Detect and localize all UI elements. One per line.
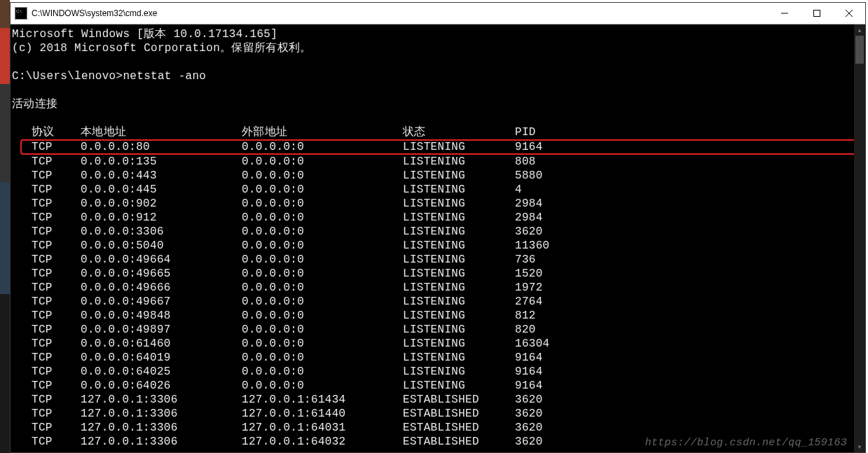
- vertical-scrollbar[interactable]: ▲ ▼: [854, 25, 865, 452]
- col-state: 状态: [403, 125, 515, 139]
- table-row: TCP127.0.0.1:3306127.0.0.1:61434ESTABLIS…: [11, 393, 865, 407]
- table-row: TCP0.0.0.0:33060.0.0.0:0LISTENING3620: [11, 225, 865, 239]
- table-row: TCP0.0.0.0:50400.0.0.0:0LISTENING11360: [11, 239, 865, 253]
- cell-foreign: 0.0.0.0:0: [242, 169, 403, 183]
- cell-pid: 5880: [515, 169, 606, 183]
- cell-proto: TCP: [32, 281, 81, 295]
- cell-foreign: 0.0.0.0:0: [242, 155, 403, 169]
- cell-local: 0.0.0.0:5040: [81, 239, 242, 253]
- cell-foreign: 0.0.0.0:0: [242, 253, 403, 267]
- table-row: TCP0.0.0.0:614600.0.0.0:0LISTENING16304: [11, 337, 865, 351]
- cell-foreign: 0.0.0.0:0: [242, 267, 403, 281]
- cell-proto: TCP: [32, 141, 81, 155]
- cell-proto: TCP: [32, 421, 81, 435]
- cell-pid: 11360: [515, 239, 606, 253]
- cell-local: 0.0.0.0:49666: [81, 281, 242, 295]
- prompt-path: C:\Users\lenovo>: [12, 70, 123, 83]
- cell-pid: 2984: [515, 211, 606, 225]
- cell-foreign: 0.0.0.0:0: [242, 197, 403, 211]
- cell-local: 0.0.0.0:64026: [81, 379, 242, 393]
- cell-pid: 3620: [515, 225, 606, 239]
- cell-state: LISTENING: [403, 211, 515, 225]
- cell-state: LISTENING: [403, 365, 515, 379]
- cell-state: ESTABLISHED: [403, 407, 515, 421]
- cell-pid: 4: [515, 183, 606, 197]
- cell-pid: 812: [515, 309, 606, 323]
- cell-local: 0.0.0.0:64025: [81, 365, 242, 379]
- cell-state: LISTENING: [403, 253, 515, 267]
- cell-proto: TCP: [32, 169, 81, 183]
- cell-state: LISTENING: [403, 323, 515, 337]
- cell-proto: TCP: [32, 407, 81, 421]
- section-title: 活动连接: [11, 97, 865, 111]
- close-button[interactable]: [833, 3, 865, 24]
- blank-line: [11, 55, 865, 69]
- cell-pid: 3620: [515, 393, 606, 407]
- table-row: TCP0.0.0.0:640260.0.0.0:0LISTENING9164: [11, 379, 865, 393]
- table-row: TCP0.0.0.0:496660.0.0.0:0LISTENING1972: [11, 281, 865, 295]
- col-pid: PID: [515, 125, 606, 139]
- cell-state: LISTENING: [403, 183, 515, 197]
- cell-state: LISTENING: [403, 169, 515, 183]
- cell-foreign: 0.0.0.0:0: [242, 351, 403, 365]
- cell-pid: 1972: [515, 281, 606, 295]
- svg-rect-1: [814, 11, 820, 17]
- close-icon: [846, 10, 853, 17]
- cell-proto: TCP: [32, 225, 81, 239]
- cell-proto: TCP: [32, 435, 81, 449]
- cell-pid: 820: [515, 323, 606, 337]
- cell-state: ESTABLISHED: [403, 435, 515, 449]
- cell-local: 0.0.0.0:3306: [81, 225, 242, 239]
- cell-pid: 9164: [515, 365, 606, 379]
- window-title: C:\WINDOWS\system32\cmd.exe: [32, 8, 157, 18]
- cell-foreign: 127.0.0.1:64032: [242, 435, 403, 449]
- blank-line: [11, 111, 865, 125]
- scrollbar-thumb[interactable]: [855, 36, 864, 64]
- header-line-2: (c) 2018 Microsoft Corporation。保留所有权利。: [11, 41, 865, 55]
- cell-proto: TCP: [32, 183, 81, 197]
- desktop-edge-decoration: [0, 0, 10, 453]
- cell-pid: 3620: [515, 435, 606, 449]
- table-header: 协议 本地地址 外部地址 状态 PID: [11, 125, 865, 139]
- table-row: TCP0.0.0.0:498480.0.0.0:0LISTENING812: [11, 309, 865, 323]
- cell-local: 127.0.0.1:3306: [81, 435, 242, 449]
- table-row: TCP127.0.0.1:3306127.0.0.1:61440ESTABLIS…: [11, 407, 865, 421]
- cell-local: 0.0.0.0:445: [81, 183, 242, 197]
- cell-foreign: 0.0.0.0:0: [242, 225, 403, 239]
- scroll-down-icon[interactable]: ▼: [854, 441, 865, 452]
- cell-proto: TCP: [32, 365, 81, 379]
- table-row: TCP0.0.0.0:496670.0.0.0:0LISTENING2764: [11, 295, 865, 309]
- minimize-button[interactable]: [769, 3, 801, 24]
- cell-foreign: 0.0.0.0:0: [242, 183, 403, 197]
- cell-state: LISTENING: [403, 351, 515, 365]
- cell-proto: TCP: [32, 267, 81, 281]
- cell-pid: 2764: [515, 295, 606, 309]
- table-row: TCP127.0.0.1:3306127.0.0.1:64031ESTABLIS…: [11, 421, 865, 435]
- cell-proto: TCP: [32, 393, 81, 407]
- table-row-highlighted: TCP0.0.0.0:800.0.0.0:0LISTENING9164: [20, 139, 865, 155]
- cell-proto: TCP: [32, 309, 81, 323]
- cell-pid: 9164: [515, 141, 606, 155]
- table-row: TCP0.0.0.0:4450.0.0.0:0LISTENING4: [11, 183, 865, 197]
- cell-local: 0.0.0.0:912: [81, 211, 242, 225]
- maximize-button[interactable]: [801, 3, 833, 24]
- titlebar[interactable]: C:\WINDOWS\system32\cmd.exe: [11, 3, 865, 25]
- cell-local: 0.0.0.0:135: [81, 155, 242, 169]
- scroll-up-icon[interactable]: ▲: [854, 25, 865, 36]
- cell-foreign: 0.0.0.0:0: [242, 239, 403, 253]
- table-row: TCP0.0.0.0:498970.0.0.0:0LISTENING820: [11, 323, 865, 337]
- table-row: TCP0.0.0.0:4430.0.0.0:0LISTENING5880: [11, 169, 865, 183]
- cell-local: 0.0.0.0:443: [81, 169, 242, 183]
- prompt-command: netstat -ano: [123, 70, 206, 83]
- cell-proto: TCP: [32, 239, 81, 253]
- window-controls: [769, 3, 865, 24]
- table-row: TCP0.0.0.0:496640.0.0.0:0LISTENING736: [11, 253, 865, 267]
- terminal-body[interactable]: Microsoft Windows [版本 10.0.17134.165] (c…: [11, 25, 865, 453]
- cell-state: LISTENING: [403, 197, 515, 211]
- prompt-line: C:\Users\lenovo>netstat -ano: [11, 69, 865, 83]
- cell-pid: 9164: [515, 379, 606, 393]
- cell-proto: TCP: [32, 351, 81, 365]
- netstat-table: 协议 本地地址 外部地址 状态 PID TCP0.0.0.0:800.0.0.0…: [11, 125, 865, 449]
- table-row: TCP0.0.0.0:640190.0.0.0:0LISTENING9164: [11, 351, 865, 365]
- header-line-1: Microsoft Windows [版本 10.0.17134.165]: [11, 27, 865, 41]
